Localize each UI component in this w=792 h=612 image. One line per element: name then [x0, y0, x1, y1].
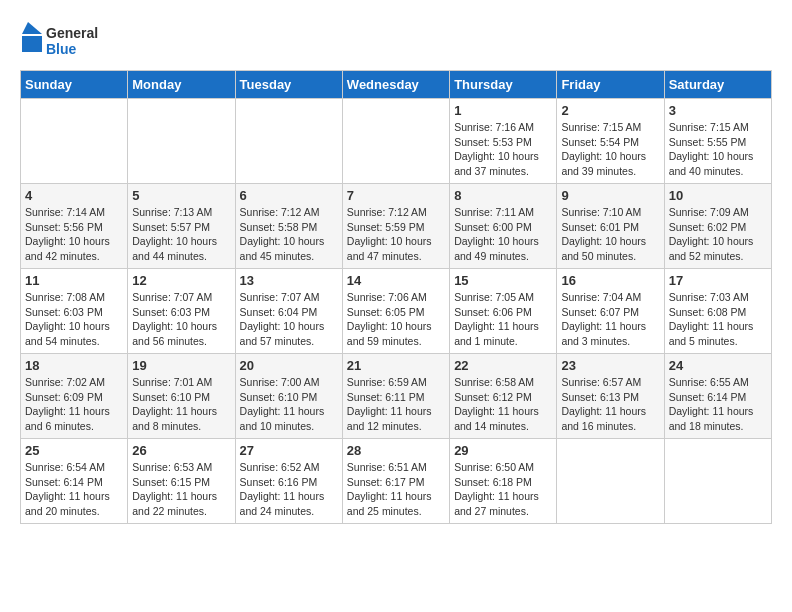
- day-number: 22: [454, 358, 552, 373]
- day-number: 9: [561, 188, 659, 203]
- day-info: Sunrise: 7:06 AM Sunset: 6:05 PM Dayligh…: [347, 290, 445, 349]
- weekday-header-wednesday: Wednesday: [342, 71, 449, 99]
- day-number: 5: [132, 188, 230, 203]
- day-info: Sunrise: 7:09 AM Sunset: 6:02 PM Dayligh…: [669, 205, 767, 264]
- day-info: Sunrise: 7:15 AM Sunset: 5:55 PM Dayligh…: [669, 120, 767, 179]
- calendar-cell: 18Sunrise: 7:02 AM Sunset: 6:09 PM Dayli…: [21, 354, 128, 439]
- calendar-cell: [128, 99, 235, 184]
- week-row-1: 1Sunrise: 7:16 AM Sunset: 5:53 PM Daylig…: [21, 99, 772, 184]
- day-number: 6: [240, 188, 338, 203]
- day-info: Sunrise: 7:10 AM Sunset: 6:01 PM Dayligh…: [561, 205, 659, 264]
- weekday-header-row: SundayMondayTuesdayWednesdayThursdayFrid…: [21, 71, 772, 99]
- day-info: Sunrise: 7:08 AM Sunset: 6:03 PM Dayligh…: [25, 290, 123, 349]
- calendar-cell: 25Sunrise: 6:54 AM Sunset: 6:14 PM Dayli…: [21, 439, 128, 524]
- day-info: Sunrise: 7:12 AM Sunset: 5:58 PM Dayligh…: [240, 205, 338, 264]
- day-info: Sunrise: 6:50 AM Sunset: 6:18 PM Dayligh…: [454, 460, 552, 519]
- calendar-cell: 11Sunrise: 7:08 AM Sunset: 6:03 PM Dayli…: [21, 269, 128, 354]
- calendar-cell: 26Sunrise: 6:53 AM Sunset: 6:15 PM Dayli…: [128, 439, 235, 524]
- calendar-cell: [235, 99, 342, 184]
- weekday-header-friday: Friday: [557, 71, 664, 99]
- calendar-cell: 14Sunrise: 7:06 AM Sunset: 6:05 PM Dayli…: [342, 269, 449, 354]
- calendar-table: SundayMondayTuesdayWednesdayThursdayFrid…: [20, 70, 772, 524]
- day-number: 15: [454, 273, 552, 288]
- day-number: 19: [132, 358, 230, 373]
- day-number: 2: [561, 103, 659, 118]
- calendar-cell: 20Sunrise: 7:00 AM Sunset: 6:10 PM Dayli…: [235, 354, 342, 439]
- weekday-header-monday: Monday: [128, 71, 235, 99]
- day-number: 17: [669, 273, 767, 288]
- day-number: 28: [347, 443, 445, 458]
- calendar-cell: 1Sunrise: 7:16 AM Sunset: 5:53 PM Daylig…: [450, 99, 557, 184]
- svg-text:Blue: Blue: [46, 41, 77, 57]
- weekday-header-sunday: Sunday: [21, 71, 128, 99]
- day-number: 13: [240, 273, 338, 288]
- calendar-cell: 22Sunrise: 6:58 AM Sunset: 6:12 PM Dayli…: [450, 354, 557, 439]
- week-row-5: 25Sunrise: 6:54 AM Sunset: 6:14 PM Dayli…: [21, 439, 772, 524]
- calendar-cell: 28Sunrise: 6:51 AM Sunset: 6:17 PM Dayli…: [342, 439, 449, 524]
- week-row-4: 18Sunrise: 7:02 AM Sunset: 6:09 PM Dayli…: [21, 354, 772, 439]
- day-info: Sunrise: 7:13 AM Sunset: 5:57 PM Dayligh…: [132, 205, 230, 264]
- calendar-cell: 24Sunrise: 6:55 AM Sunset: 6:14 PM Dayli…: [664, 354, 771, 439]
- day-info: Sunrise: 7:07 AM Sunset: 6:04 PM Dayligh…: [240, 290, 338, 349]
- day-info: Sunrise: 7:04 AM Sunset: 6:07 PM Dayligh…: [561, 290, 659, 349]
- day-info: Sunrise: 7:11 AM Sunset: 6:00 PM Dayligh…: [454, 205, 552, 264]
- calendar-cell: 15Sunrise: 7:05 AM Sunset: 6:06 PM Dayli…: [450, 269, 557, 354]
- calendar-cell: 19Sunrise: 7:01 AM Sunset: 6:10 PM Dayli…: [128, 354, 235, 439]
- calendar-cell: 4Sunrise: 7:14 AM Sunset: 5:56 PM Daylig…: [21, 184, 128, 269]
- day-number: 18: [25, 358, 123, 373]
- calendar-cell: 7Sunrise: 7:12 AM Sunset: 5:59 PM Daylig…: [342, 184, 449, 269]
- day-number: 1: [454, 103, 552, 118]
- day-info: Sunrise: 7:15 AM Sunset: 5:54 PM Dayligh…: [561, 120, 659, 179]
- day-info: Sunrise: 6:52 AM Sunset: 6:16 PM Dayligh…: [240, 460, 338, 519]
- day-info: Sunrise: 7:00 AM Sunset: 6:10 PM Dayligh…: [240, 375, 338, 434]
- calendar-cell: 6Sunrise: 7:12 AM Sunset: 5:58 PM Daylig…: [235, 184, 342, 269]
- day-info: Sunrise: 7:12 AM Sunset: 5:59 PM Dayligh…: [347, 205, 445, 264]
- calendar-cell: 27Sunrise: 6:52 AM Sunset: 6:16 PM Dayli…: [235, 439, 342, 524]
- calendar-cell: 17Sunrise: 7:03 AM Sunset: 6:08 PM Dayli…: [664, 269, 771, 354]
- day-number: 8: [454, 188, 552, 203]
- day-info: Sunrise: 6:55 AM Sunset: 6:14 PM Dayligh…: [669, 375, 767, 434]
- weekday-header-thursday: Thursday: [450, 71, 557, 99]
- day-info: Sunrise: 7:16 AM Sunset: 5:53 PM Dayligh…: [454, 120, 552, 179]
- calendar-cell: 5Sunrise: 7:13 AM Sunset: 5:57 PM Daylig…: [128, 184, 235, 269]
- day-info: Sunrise: 7:14 AM Sunset: 5:56 PM Dayligh…: [25, 205, 123, 264]
- weekday-header-tuesday: Tuesday: [235, 71, 342, 99]
- calendar-cell: 21Sunrise: 6:59 AM Sunset: 6:11 PM Dayli…: [342, 354, 449, 439]
- day-number: 26: [132, 443, 230, 458]
- calendar-cell: 29Sunrise: 6:50 AM Sunset: 6:18 PM Dayli…: [450, 439, 557, 524]
- day-info: Sunrise: 6:59 AM Sunset: 6:11 PM Dayligh…: [347, 375, 445, 434]
- day-number: 24: [669, 358, 767, 373]
- day-info: Sunrise: 6:54 AM Sunset: 6:14 PM Dayligh…: [25, 460, 123, 519]
- day-info: Sunrise: 6:51 AM Sunset: 6:17 PM Dayligh…: [347, 460, 445, 519]
- day-number: 14: [347, 273, 445, 288]
- day-number: 21: [347, 358, 445, 373]
- day-info: Sunrise: 6:58 AM Sunset: 6:12 PM Dayligh…: [454, 375, 552, 434]
- weekday-header-saturday: Saturday: [664, 71, 771, 99]
- calendar-cell: [664, 439, 771, 524]
- header: GeneralBlue: [20, 20, 772, 60]
- day-number: 25: [25, 443, 123, 458]
- day-number: 10: [669, 188, 767, 203]
- day-number: 16: [561, 273, 659, 288]
- day-number: 4: [25, 188, 123, 203]
- calendar-cell: 13Sunrise: 7:07 AM Sunset: 6:04 PM Dayli…: [235, 269, 342, 354]
- calendar-cell: [557, 439, 664, 524]
- calendar-cell: [21, 99, 128, 184]
- day-number: 27: [240, 443, 338, 458]
- calendar-cell: 3Sunrise: 7:15 AM Sunset: 5:55 PM Daylig…: [664, 99, 771, 184]
- calendar-cell: 2Sunrise: 7:15 AM Sunset: 5:54 PM Daylig…: [557, 99, 664, 184]
- day-info: Sunrise: 6:57 AM Sunset: 6:13 PM Dayligh…: [561, 375, 659, 434]
- calendar-cell: 16Sunrise: 7:04 AM Sunset: 6:07 PM Dayli…: [557, 269, 664, 354]
- svg-text:General: General: [46, 25, 98, 41]
- day-info: Sunrise: 7:05 AM Sunset: 6:06 PM Dayligh…: [454, 290, 552, 349]
- day-info: Sunrise: 7:03 AM Sunset: 6:08 PM Dayligh…: [669, 290, 767, 349]
- day-number: 29: [454, 443, 552, 458]
- day-number: 20: [240, 358, 338, 373]
- day-info: Sunrise: 7:02 AM Sunset: 6:09 PM Dayligh…: [25, 375, 123, 434]
- calendar-cell: 12Sunrise: 7:07 AM Sunset: 6:03 PM Dayli…: [128, 269, 235, 354]
- day-info: Sunrise: 6:53 AM Sunset: 6:15 PM Dayligh…: [132, 460, 230, 519]
- day-number: 23: [561, 358, 659, 373]
- calendar-cell: [342, 99, 449, 184]
- logo-svg: GeneralBlue: [20, 20, 100, 60]
- week-row-2: 4Sunrise: 7:14 AM Sunset: 5:56 PM Daylig…: [21, 184, 772, 269]
